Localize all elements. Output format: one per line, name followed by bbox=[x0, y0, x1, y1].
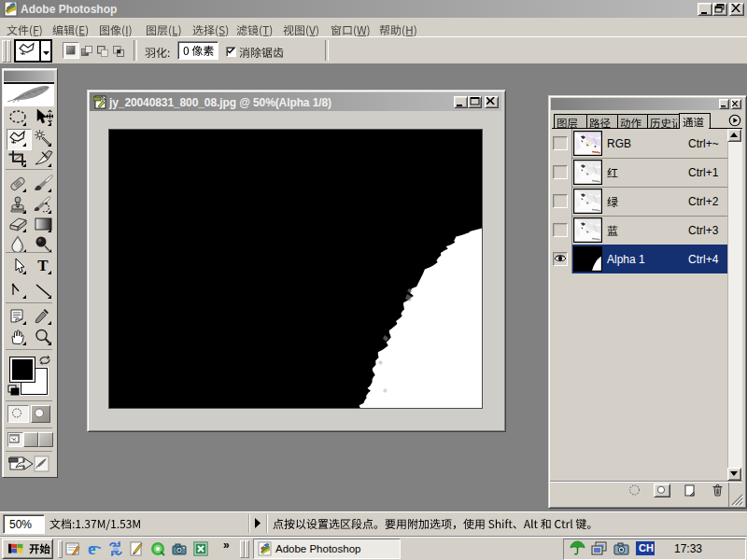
svg-text:T: T bbox=[37, 257, 49, 274]
